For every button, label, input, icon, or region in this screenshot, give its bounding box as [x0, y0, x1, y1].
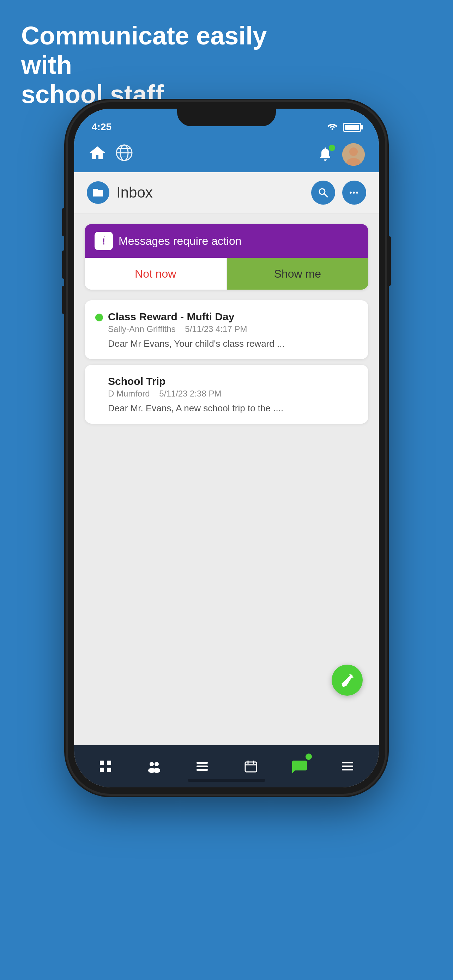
nav-contacts[interactable]	[140, 752, 168, 780]
home-indicator	[188, 779, 265, 782]
action-banner: ! Messages require action Not now Show m…	[85, 224, 368, 290]
nav-apps[interactable]	[91, 752, 119, 780]
phone-shell: 4:25	[68, 102, 385, 794]
svg-rect-17	[107, 768, 111, 772]
inbox-title: Inbox	[116, 184, 304, 201]
svg-rect-16	[100, 768, 104, 772]
banner-text: Messages require action	[119, 235, 242, 248]
banner-buttons: Not now Show me	[85, 258, 368, 290]
message-item[interactable]: School Trip D Mumford 5/11/23 2:38 PM De…	[85, 365, 368, 424]
svg-point-19	[154, 762, 159, 766]
message-date: 5/11/23 4:17 PM	[185, 324, 247, 334]
message-list: Class Reward - Mufti Day Sally-Ann Griff…	[74, 293, 379, 431]
phone-notch	[177, 109, 276, 126]
page-heading: Communicate easily withschool staff	[21, 21, 268, 109]
inbox-header: Inbox •••	[74, 172, 379, 213]
svg-point-21	[153, 768, 160, 773]
phone-screen: 4:25	[74, 109, 379, 788]
globe-icon[interactable]	[115, 143, 134, 166]
inbox-folder-icon	[87, 181, 110, 204]
message-sender-date: Sally-Ann Griffiths 5/11/23 4:17 PM	[108, 324, 358, 334]
not-now-button[interactable]: Not now	[85, 258, 227, 290]
message-meta: School Trip D Mumford 5/11/23 2:38 PM	[95, 375, 358, 399]
app-header	[74, 137, 379, 172]
nav-calendar[interactable]	[237, 752, 265, 780]
message-meta: Class Reward - Mufti Day Sally-Ann Griff…	[108, 311, 358, 334]
show-me-button[interactable]: Show me	[227, 258, 369, 290]
messages-badge	[305, 754, 312, 760]
status-time: 4:25	[92, 121, 111, 133]
exclamation-icon: !	[95, 232, 113, 250]
message-subject: Class Reward - Mufti Day	[108, 311, 358, 323]
nav-feed[interactable]	[188, 752, 216, 780]
message-sender: D Mumford	[108, 389, 150, 398]
bell-badge	[329, 145, 335, 151]
wifi-icon	[327, 122, 338, 133]
phone-device: 4:25	[68, 102, 385, 878]
svg-point-0	[332, 129, 334, 130]
unread-indicator	[95, 313, 103, 321]
search-button[interactable]	[311, 181, 335, 205]
message-sender: Sally-Ann Griffiths	[108, 324, 176, 334]
home-icon[interactable]	[88, 144, 106, 165]
more-options-button[interactable]: •••	[342, 181, 366, 205]
status-icons	[327, 122, 361, 133]
svg-rect-25	[245, 762, 256, 772]
message-preview: Dear Mr. Evans, A new school trip to the…	[95, 403, 358, 414]
banner-top: ! Messages require action	[85, 224, 368, 258]
avatar[interactable]	[342, 143, 365, 166]
svg-rect-14	[100, 760, 104, 765]
message-header: Class Reward - Mufti Day Sally-Ann Griff…	[95, 311, 358, 334]
compose-fab[interactable]	[332, 665, 363, 696]
svg-point-7	[349, 148, 358, 156]
message-preview: Dear Mr Evans, Your child's class reward…	[95, 338, 358, 349]
main-content: Inbox •••	[74, 172, 379, 745]
message-subject: School Trip	[108, 375, 358, 387]
svg-line-10	[324, 194, 327, 197]
notification-bell[interactable]	[317, 145, 334, 164]
nav-menu[interactable]	[334, 752, 362, 780]
message-item[interactable]: Class Reward - Mufti Day Sally-Ann Griff…	[85, 300, 368, 359]
svg-rect-15	[107, 760, 111, 765]
battery-icon	[343, 123, 361, 132]
message-sender-date: D Mumford 5/11/23 2:38 PM	[108, 389, 358, 399]
svg-rect-22	[197, 762, 208, 764]
message-date: 5/11/23 2:38 PM	[159, 389, 221, 398]
message-header: School Trip D Mumford 5/11/23 2:38 PM	[95, 375, 358, 399]
nav-messages[interactable]	[285, 752, 313, 780]
svg-rect-24	[197, 769, 208, 771]
svg-rect-23	[197, 765, 208, 767]
svg-point-18	[149, 762, 154, 766]
svg-text:!: !	[102, 237, 105, 246]
